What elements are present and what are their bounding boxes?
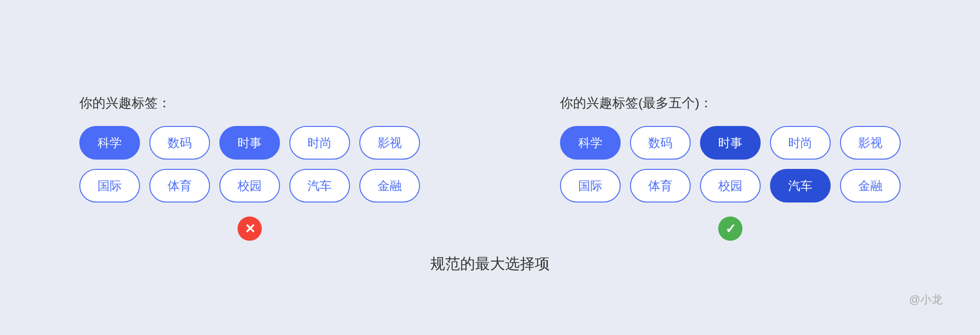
right-tag-film[interactable]: 影视 (840, 126, 901, 160)
main-container: 你的兴趣标签： 科学 数码 时事 时尚 影视 国际 体育 校园 汽车 金融 ✕ … (42, 66, 938, 269)
left-tags-grid: 科学 数码 时事 时尚 影视 国际 体育 校园 汽车 金融 (79, 126, 420, 202)
bottom-title: 规范的最大选择项 (430, 254, 550, 274)
right-tag-finance[interactable]: 金融 (840, 169, 901, 202)
right-tag-digital[interactable]: 数码 (630, 126, 691, 160)
left-tag-science[interactable]: 科学 (79, 126, 140, 160)
left-panel: 你的兴趣标签： 科学 数码 时事 时尚 影视 国际 体育 校园 汽车 金融 ✕ (79, 94, 420, 241)
left-tag-digital[interactable]: 数码 (149, 126, 210, 160)
right-tag-intl[interactable]: 国际 (560, 169, 621, 202)
right-panel: 你的兴趣标签(最多五个)： 科学 数码 时事 时尚 影视 国际 体育 校园 汽车… (560, 94, 901, 241)
right-tag-current[interactable]: 时事 (700, 126, 761, 160)
left-tag-current[interactable]: 时事 (219, 126, 280, 160)
right-tag-fashion[interactable]: 时尚 (770, 126, 831, 160)
left-tag-campus[interactable]: 校园 (219, 169, 280, 202)
left-tag-auto[interactable]: 汽车 (289, 169, 350, 202)
right-indicator-row: ✓ (560, 216, 901, 241)
success-indicator: ✓ (718, 216, 742, 241)
watermark: @小龙 (909, 292, 943, 307)
right-tags-grid: 科学 数码 时事 时尚 影视 国际 体育 校园 汽车 金融 (560, 126, 901, 202)
right-tag-auto[interactable]: 汽车 (770, 169, 831, 202)
error-indicator: ✕ (238, 216, 262, 241)
left-tag-finance[interactable]: 金融 (359, 169, 420, 202)
right-panel-title: 你的兴趣标签(最多五个)： (560, 94, 901, 112)
left-panel-title: 你的兴趣标签： (79, 94, 420, 112)
left-tag-intl[interactable]: 国际 (79, 169, 140, 202)
right-tag-science[interactable]: 科学 (560, 126, 621, 160)
right-tag-campus[interactable]: 校园 (700, 169, 761, 202)
left-tag-film[interactable]: 影视 (359, 126, 420, 160)
left-indicator-row: ✕ (79, 216, 420, 241)
right-tag-sports[interactable]: 体育 (630, 169, 691, 202)
left-tag-sports[interactable]: 体育 (149, 169, 210, 202)
left-tag-fashion[interactable]: 时尚 (289, 126, 350, 160)
